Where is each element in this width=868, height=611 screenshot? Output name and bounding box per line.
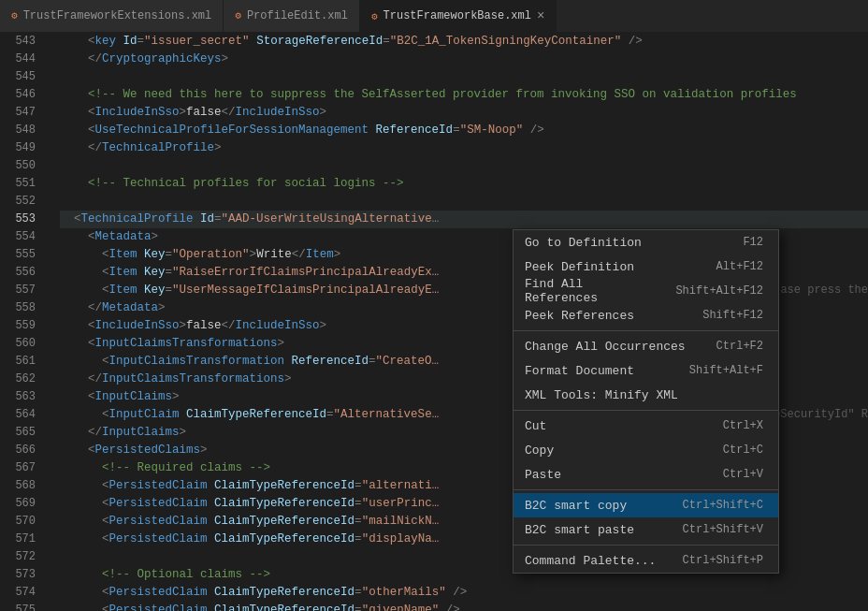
menu-copy-shortcut: Ctrl+C: [723, 444, 763, 457]
menu-separator-3: [514, 489, 778, 490]
app-window: ⚙ TrustFrameworkExtensions.xml ⚙ Profile…: [0, 0, 868, 611]
menu-find-all-references-label: Find All References: [525, 277, 660, 305]
line-num-573: 573: [0, 566, 36, 584]
xml-icon-3: ⚙: [371, 10, 378, 22]
code-line-543: <key Id="issuer_secret" StorageReference…: [60, 33, 868, 51]
menu-peek-references-label: Peek References: [525, 309, 687, 323]
menu-copy[interactable]: Copy Ctrl+C: [514, 438, 778, 462]
line-num-550: 550: [0, 157, 36, 175]
tab-trustframeworkbase[interactable]: ⚙ TrustFrameworkBase.xml ×: [360, 0, 557, 32]
menu-b2c-smart-paste-label: B2C smart paste: [525, 523, 668, 537]
code-line-547: <IncludeInSso>false</IncludeInSso>: [60, 104, 868, 122]
menu-change-all-occurrences-label: Change All Occurrences: [525, 340, 702, 354]
menu-find-all-references[interactable]: Find All References Shift+Alt+F12: [514, 279, 778, 303]
ghost-text-564: eSecurityId" R: [774, 406, 868, 424]
menu-goto-definition-label: Go to Definition: [525, 236, 728, 250]
line-num-566: 566: [0, 442, 36, 459]
code-line-546: <!-- We need this here to suppress the S…: [60, 86, 868, 104]
menu-xml-minify-label: XML Tools: Minify XML: [525, 388, 748, 402]
line-num-555: 555: [0, 246, 36, 264]
line-num-545: 545: [0, 68, 36, 86]
line-num-570: 570: [0, 513, 36, 531]
menu-separator-2: [514, 410, 778, 411]
line-num-563: 563: [0, 388, 36, 406]
tab-trustframework-extensions[interactable]: ⚙ TrustFrameworkExtensions.xml: [0, 0, 224, 32]
code-line-575: <PersistedClaim ClaimTypeReferenceId="gi…: [60, 602, 868, 611]
line-num-569: 569: [0, 495, 36, 513]
editor-area: 543 544 545 546 547 548 549 550 551 552 …: [0, 33, 868, 611]
menu-peek-references[interactable]: Peek References Shift+F12: [514, 303, 778, 327]
line-num-561: 561: [0, 353, 36, 371]
menu-b2c-smart-paste[interactable]: B2C smart paste Ctrl+Shift+V: [514, 517, 778, 542]
line-num-567: 567: [0, 459, 36, 477]
menu-peek-definition[interactable]: Peek Definition Alt+F12: [514, 255, 778, 279]
line-num-544: 544: [0, 51, 36, 68]
code-line-548: <UseTechnicalProfileForSessionManagement…: [60, 122, 868, 139]
menu-format-document[interactable]: Format Document Shift+Alt+F: [514, 358, 778, 383]
menu-peek-definition-label: Peek Definition: [525, 260, 702, 274]
line-num-565: 565: [0, 424, 36, 442]
xml-icon-2: ⚙: [235, 9, 241, 22]
menu-paste-shortcut: Ctrl+V: [723, 468, 763, 481]
menu-change-all-occurrences-shortcut: Ctrl+F2: [716, 340, 763, 353]
line-num-572: 572: [0, 548, 36, 566]
code-line-545: [60, 68, 868, 86]
line-num-554: 554: [0, 228, 36, 246]
line-num-553: 553: [0, 211, 36, 228]
menu-peek-references-shortcut: Shift+F12: [702, 309, 763, 322]
tab-label-2: ProfileEdit.xml: [247, 9, 348, 22]
code-line-551: <!-- Technical profiles for social login…: [60, 175, 868, 193]
line-numbers-gutter: 543 544 545 546 547 548 549 550 551 552 …: [0, 33, 45, 611]
menu-separator-4: [514, 545, 778, 546]
menu-command-palette-shortcut: Ctrl+Shift+P: [683, 554, 763, 567]
line-num-551: 551: [0, 175, 36, 193]
code-line-549: </TechnicalProfile>: [60, 139, 868, 157]
line-num-571: 571: [0, 531, 36, 548]
line-num-552: 552: [0, 193, 36, 211]
menu-goto-definition[interactable]: Go to Definition F12: [514, 230, 778, 255]
code-line-544: </CryptographicKeys>: [60, 51, 868, 68]
menu-copy-label: Copy: [525, 444, 708, 458]
menu-separator-1: [514, 330, 778, 331]
line-num-556: 556: [0, 264, 36, 282]
context-menu: Go to Definition F12 Peek Definition Alt…: [513, 229, 779, 574]
menu-format-document-label: Format Document: [525, 364, 674, 378]
menu-command-palette-label: Command Palette...: [525, 554, 668, 568]
line-num-548: 548: [0, 122, 36, 139]
line-num-547: 547: [0, 104, 36, 122]
line-num-543: 543: [0, 33, 36, 51]
line-num-557: 557: [0, 282, 36, 299]
line-num-562: 562: [0, 371, 36, 388]
menu-b2c-smart-copy[interactable]: B2C smart copy Ctrl+Shift+C: [514, 493, 778, 517]
line-num-568: 568: [0, 477, 36, 495]
menu-command-palette[interactable]: Command Palette... Ctrl+Shift+P: [514, 548, 778, 573]
menu-cut[interactable]: Cut Ctrl+X: [514, 414, 778, 438]
ghost-text-557: ase press the: [780, 282, 868, 299]
menu-format-document-shortcut: Shift+Alt+F: [689, 364, 763, 377]
code-line-552: [60, 193, 868, 211]
menu-cut-shortcut: Ctrl+X: [723, 419, 763, 432]
tab-profileedit[interactable]: ⚙ ProfileEdit.xml: [224, 0, 360, 32]
menu-xml-minify[interactable]: XML Tools: Minify XML: [514, 383, 778, 407]
tab-bar: ⚙ TrustFrameworkExtensions.xml ⚙ Profile…: [0, 0, 868, 33]
menu-b2c-smart-copy-shortcut: Ctrl+Shift+C: [683, 499, 763, 512]
tab-close-button[interactable]: ×: [537, 9, 544, 22]
line-num-546: 546: [0, 86, 36, 104]
line-num-574: 574: [0, 584, 36, 602]
menu-find-all-references-shortcut: Shift+Alt+F12: [675, 284, 763, 298]
menu-change-all-occurrences[interactable]: Change All Occurrences Ctrl+F2: [514, 334, 778, 358]
code-line-574: <PersistedClaim ClaimTypeReferenceId="ot…: [60, 584, 868, 602]
line-num-559: 559: [0, 317, 36, 335]
menu-cut-label: Cut: [525, 419, 708, 433]
line-num-549: 549: [0, 139, 36, 157]
tab-label-1: TrustFrameworkExtensions.xml: [23, 9, 212, 22]
code-line-553: <TechnicalProfile Id="AAD-UserWriteUsing…: [60, 211, 868, 228]
tab-label-3: TrustFrameworkBase.xml: [383, 9, 531, 22]
line-num-564: 564: [0, 406, 36, 424]
menu-paste[interactable]: Paste Ctrl+V: [514, 462, 778, 487]
menu-b2c-smart-copy-label: B2C smart copy: [525, 499, 668, 513]
menu-goto-definition-shortcut: F12: [743, 236, 763, 249]
line-num-560: 560: [0, 335, 36, 353]
menu-b2c-smart-paste-shortcut: Ctrl+Shift+V: [683, 523, 763, 536]
line-num-575: 575: [0, 602, 36, 611]
